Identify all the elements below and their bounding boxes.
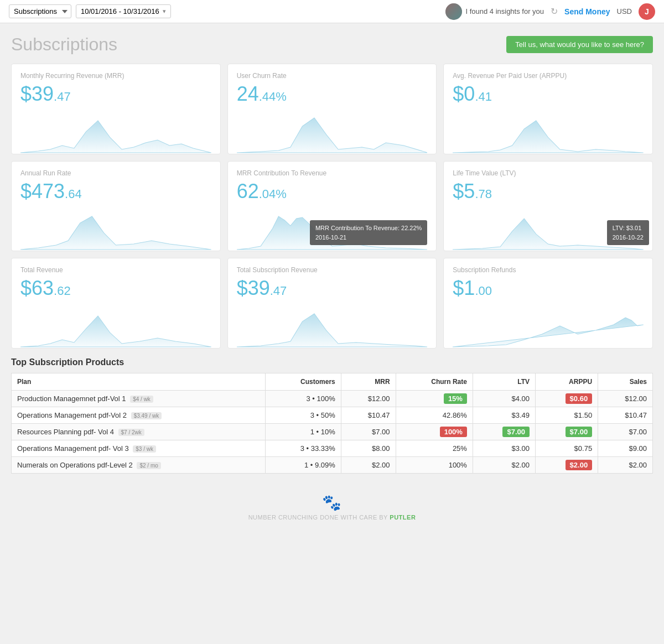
metric-arppu-title: Avg. Revenue Per Paid User (ARPPU) bbox=[453, 72, 644, 80]
cell-customers: 3 • 100% bbox=[265, 390, 341, 407]
metric-arr-value: $473.64 bbox=[20, 180, 211, 202]
cell-sales: $2.00 bbox=[598, 456, 653, 473]
table-row: Production Managemnet pdf-Vol 1 $4 / wk3… bbox=[12, 390, 653, 407]
metric-mrr: Monthly Recurring Revenue (MRR) $39.47 bbox=[11, 64, 221, 154]
avatar-image bbox=[445, 3, 462, 20]
metric-churn-title: User Churn Rate bbox=[237, 72, 428, 80]
metric-total-sub-rev: Total Subscription Revenue $39.47 bbox=[227, 258, 437, 349]
col-arppu: ARPPU bbox=[536, 373, 598, 390]
date-range-button[interactable]: 10/01/2016 - 10/31/2016 ▾ bbox=[76, 4, 171, 18]
cell-mrr: $8.00 bbox=[341, 440, 396, 456]
footer-tagline: NUMBER CRUNCHING DONE WITH CARE BY bbox=[248, 514, 390, 521]
view-selector[interactable]: Subscriptions Revenue Customers bbox=[9, 4, 71, 18]
cell-mrr: $10.47 bbox=[341, 407, 396, 423]
cell-arppu: $7.00 bbox=[536, 423, 598, 440]
metric-ltv: Life Time Value (LTV) $5.78 LTV: $3.0120… bbox=[443, 161, 653, 252]
footer-brand-link[interactable]: PUTLER bbox=[390, 514, 416, 521]
cell-churn-rate: 100% bbox=[396, 456, 473, 473]
mrr-contrib-tooltip: MRR Contribution To Revenue: 22.22%2016-… bbox=[310, 220, 427, 245]
metrics-grid: Monthly Recurring Revenue (MRR) $39.47 U… bbox=[11, 64, 653, 349]
cell-arppu: $2.00 bbox=[536, 456, 598, 473]
date-range-chevron-icon: ▾ bbox=[163, 8, 166, 15]
table-row: Operations Management pdf- Vol 3 $3 / wk… bbox=[12, 440, 653, 456]
insights-avatar bbox=[445, 3, 462, 20]
metric-churn: User Churn Rate 24.44% bbox=[227, 64, 437, 154]
metric-total-rev-value: $63.62 bbox=[20, 277, 211, 299]
metric-total-rev-chart bbox=[20, 304, 211, 348]
metric-total-sub-rev-title: Total Subscription Revenue bbox=[237, 266, 428, 274]
send-money-button[interactable]: Send Money bbox=[564, 7, 610, 16]
top-navigation: Subscriptions Revenue Customers 10/01/20… bbox=[0, 0, 664, 23]
col-sales: Sales bbox=[598, 373, 653, 390]
churn-badge-red: 100% bbox=[440, 427, 467, 437]
metric-mrr-contrib-value: 62.04% bbox=[237, 180, 428, 202]
table-header-row: Plan Customers MRR Churn Rate LTV ARPPU … bbox=[12, 373, 653, 390]
cell-sales: $10.47 bbox=[598, 407, 653, 423]
arppu-badge-red: $2.00 bbox=[566, 460, 593, 470]
page-header: Subscriptions Tell us, what would you li… bbox=[11, 34, 653, 55]
cell-churn-rate: 42.86% bbox=[396, 407, 473, 423]
cell-customers: 3 • 50% bbox=[265, 407, 341, 423]
cell-sales: $9.00 bbox=[598, 440, 653, 456]
cell-customers: 3 • 33.33% bbox=[265, 440, 341, 456]
cell-plan: Numerals on Operations pdf-Level 2 $2 / … bbox=[12, 456, 266, 473]
footer-icon: 🐾 bbox=[11, 494, 653, 512]
plan-price-tag: $3.49 / wk bbox=[131, 412, 162, 419]
metric-ltv-chart: LTV: $3.012016-10-22 bbox=[453, 206, 644, 251]
cell-arppu: $0.60 bbox=[536, 390, 598, 407]
metric-ltv-value: $5.78 bbox=[453, 180, 644, 202]
metric-arppu-value: $0.41 bbox=[453, 83, 644, 105]
cell-arppu: $1.50 bbox=[536, 407, 598, 423]
cell-ltv: $3.00 bbox=[473, 440, 535, 456]
user-avatar[interactable]: J bbox=[639, 3, 655, 20]
cell-arppu: $0.75 bbox=[536, 440, 598, 456]
plan-price-tag: $7 / 2wk bbox=[118, 429, 144, 436]
metric-churn-chart bbox=[237, 110, 428, 154]
cell-ltv: $3.49 bbox=[473, 407, 535, 423]
cell-sales: $7.00 bbox=[598, 423, 653, 440]
metric-arr-chart bbox=[20, 206, 211, 251]
metric-refunds-chart bbox=[453, 304, 644, 348]
cell-customers: 1 • 10% bbox=[265, 423, 341, 440]
cell-ltv: $7.00 bbox=[473, 423, 535, 440]
arppu-badge-green: $7.00 bbox=[566, 427, 593, 437]
metric-refunds-title: Subscription Refunds bbox=[453, 266, 644, 274]
metric-total-rev: Total Revenue $63.62 bbox=[11, 258, 221, 349]
cell-mrr: $12.00 bbox=[341, 390, 396, 407]
metric-arr-title: Annual Run Rate bbox=[20, 169, 211, 177]
ltv-badge-green: $7.00 bbox=[502, 427, 530, 437]
metric-refunds-value: $1.00 bbox=[453, 277, 644, 299]
metric-mrr-contrib-title: MRR Contribution To Revenue bbox=[237, 169, 428, 177]
metric-arppu: Avg. Revenue Per Paid User (ARPPU) $0.41 bbox=[443, 64, 653, 154]
table-row: Resources Planning pdf- Vol 4 $7 / 2wk1 … bbox=[12, 423, 653, 440]
metric-total-sub-rev-chart bbox=[237, 304, 428, 348]
cell-plan: Resources Planning pdf- Vol 4 $7 / 2wk bbox=[12, 423, 266, 440]
cell-churn-rate: 25% bbox=[396, 440, 473, 456]
insights-text: I found 4 insights for you bbox=[465, 7, 544, 15]
cell-plan: Production Managemnet pdf-Vol 1 $4 / wk bbox=[12, 390, 266, 407]
table-title: Top Subscription Products bbox=[11, 357, 653, 367]
cell-churn-rate: 100% bbox=[396, 423, 473, 440]
metric-mrr-contrib: MRR Contribution To Revenue 62.04% MRR C… bbox=[227, 161, 437, 252]
col-churn-rate: Churn Rate bbox=[396, 373, 473, 390]
plan-price-tag: $2 / mo bbox=[137, 462, 160, 469]
cell-plan: Operations Management pdf-Vol 2 $3.49 / … bbox=[12, 407, 266, 423]
metric-mrr-title: Monthly Recurring Revenue (MRR) bbox=[20, 72, 211, 80]
churn-badge-green: 15% bbox=[444, 393, 467, 404]
col-plan: Plan bbox=[12, 373, 266, 390]
metric-ltv-title: Life Time Value (LTV) bbox=[453, 169, 644, 177]
footer: 🐾 NUMBER CRUNCHING DONE WITH CARE BY PUT… bbox=[11, 485, 653, 532]
date-range-label: 10/01/2016 - 10/31/2016 bbox=[81, 7, 159, 15]
metric-arr: Annual Run Rate $473.64 bbox=[11, 161, 221, 252]
tell-us-button[interactable]: Tell us, what would you like to see here… bbox=[506, 36, 653, 53]
nav-right: I found 4 insights for you ↻ Send Money … bbox=[445, 3, 655, 20]
refresh-icon[interactable]: ↻ bbox=[551, 6, 558, 17]
cell-plan: Operations Management pdf- Vol 3 $3 / wk bbox=[12, 440, 266, 456]
table-section: Top Subscription Products Plan Customers… bbox=[11, 357, 653, 474]
metric-total-rev-title: Total Revenue bbox=[20, 266, 211, 274]
nav-left: Subscriptions Revenue Customers 10/01/20… bbox=[9, 4, 171, 18]
page-title: Subscriptions bbox=[11, 34, 117, 55]
subscription-products-table: Plan Customers MRR Churn Rate LTV ARPPU … bbox=[11, 373, 653, 474]
cell-mrr: $7.00 bbox=[341, 423, 396, 440]
ltv-tooltip: LTV: $3.012016-10-22 bbox=[607, 220, 649, 245]
